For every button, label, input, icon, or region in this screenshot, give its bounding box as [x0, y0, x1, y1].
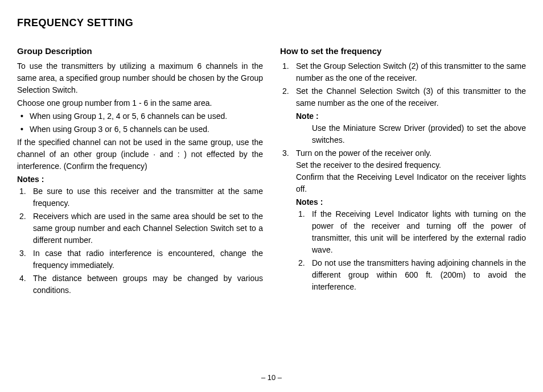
bullet-item: When using Group 3 or 6, 5 channels can …	[30, 123, 263, 135]
step3-line1: Turn on the power of the receiver only.	[296, 148, 431, 158]
group-bullets: When using Group 1, 2, 4 or 5, 6 channel…	[17, 110, 263, 135]
note-item: Do not use the transmitters having adjoi…	[312, 257, 526, 293]
note-item: If the Receiving Level Indicator lights …	[312, 208, 526, 256]
page-number: – 10 –	[0, 373, 543, 382]
right-column: How to set the frequency Set the Group S…	[280, 45, 526, 298]
notes-label: Notes :	[17, 174, 263, 185]
how-to-set-heading: How to set the frequency	[280, 45, 526, 58]
step3-line2: Set the receiver to the desired frequenc…	[296, 159, 526, 171]
note-item: The distance between groups may be chang…	[33, 273, 263, 296]
group-desc-p3: If the specified channel can not be used…	[17, 137, 263, 172]
note-label: Note :	[296, 112, 319, 121]
note-item: Receivers which are used in the same are…	[33, 211, 263, 246]
group-desc-p1: To use the transmitters by utilizing a m…	[17, 60, 263, 96]
page-title: FREQUENCY SETTING	[17, 17, 526, 29]
steps-list: Set the Group Selection Switch (2) of th…	[280, 60, 526, 293]
left-column: Group Description To use the transmitter…	[17, 45, 263, 298]
group-description-heading: Group Description	[17, 45, 263, 58]
note-item: Be sure to use this receiver and the tra…	[33, 185, 263, 209]
step3-line3: Confirm that the Receiving Level Indicat…	[296, 171, 526, 195]
step-text: Set the Channel Selection Switch (3) of …	[296, 86, 526, 108]
note-item: In case that radio interference is encou…	[33, 247, 263, 271]
notes-label: Notes :	[296, 197, 323, 207]
group-desc-p2: Choose one group number from 1 - 6 in th…	[17, 97, 263, 109]
step-item: Set the Group Selection Switch (2) of th…	[296, 60, 526, 84]
right-notes-list: If the Receiving Level Indicator lights …	[296, 208, 526, 293]
step-item: Set the Channel Selection Switch (3) of …	[296, 85, 526, 146]
step-item: Turn on the power of the receiver only. …	[296, 147, 526, 293]
left-notes-list: Be sure to use this receiver and the tra…	[17, 185, 263, 296]
content-columns: Group Description To use the transmitter…	[17, 45, 526, 298]
bullet-item: When using Group 1, 2, 4 or 5, 6 channel…	[30, 110, 263, 122]
note-text: Use the Miniature Screw Driver (provided…	[296, 122, 526, 146]
